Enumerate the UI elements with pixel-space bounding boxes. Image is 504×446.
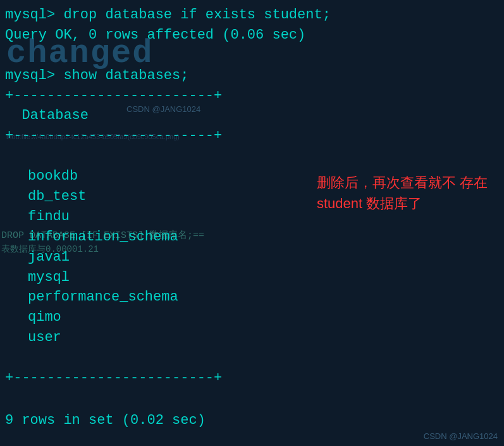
terminal-window: changed CSDN @JANG1024 blob:file:///4a0b… [0, 0, 504, 446]
rows-in-set: 9 rows in set (0.02 sec) [5, 412, 206, 428]
db-entry-user: user [0, 328, 504, 348]
drop-overlay-text-2: 表数据库与0.00001.21 [0, 244, 99, 255]
empty-line-1 [0, 46, 504, 66]
watermark-csdn-bottom: CSDN @JANG1024 [424, 431, 498, 441]
empty-line-3 [0, 348, 504, 368]
table-sep-top: +------------------------+ [0, 86, 504, 106]
cmd-drop: mysql> drop database if exists student; [0, 5, 504, 25]
watermark-img-path: blob:file:///4a0bdap2-tc12a453-b505fa9(c… [6, 133, 180, 140]
db-entry-qimo: qimo [0, 307, 504, 328]
result-query-ok: Query OK, 0 rows affected (0.06 sec) [0, 25, 504, 46]
annotation-box: 删除后，再次查看就不 存在 student 数据库了 [317, 172, 494, 214]
drop-overlay-text-1: DROP DATABASE [IF EXISTS] 数据库名;== [0, 229, 204, 241]
table-sep-bottom: +------------------------+ [0, 368, 504, 388]
empty-line-2 [0, 146, 504, 166]
terminal-content: mysql> drop database if exists student; … [0, 0, 504, 446]
db-entry-performance-schema: performance_schema [0, 287, 504, 307]
cmd-show-databases: mysql> show databases; [0, 66, 504, 86]
db-entry-mysql: mysql [0, 268, 504, 288]
table-header: Database [0, 106, 504, 126]
